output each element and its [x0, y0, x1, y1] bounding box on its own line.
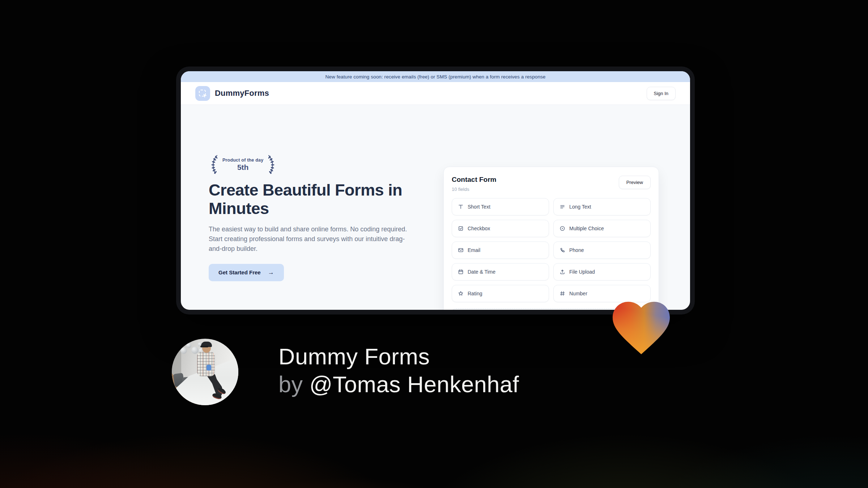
field-type-long-text[interactable]: Long Text	[553, 198, 651, 215]
avatar-detail	[207, 365, 211, 371]
field-type-file-upload[interactable]: File Upload	[553, 263, 651, 281]
app-header: DummyForms Sign In	[181, 82, 690, 105]
field-type-short-text[interactable]: Short Text	[452, 198, 549, 215]
arrow-right-icon: →	[268, 269, 274, 276]
field-label: Number	[569, 291, 587, 296]
app-page: New feature coming soon: receive emails …	[181, 71, 690, 310]
get-started-button[interactable]: Get Started Free →	[209, 264, 284, 281]
field-count: 10 fields	[452, 187, 497, 192]
field-label: Phone	[569, 247, 584, 253]
card-title-block: Contact Form 10 fields	[452, 176, 497, 192]
avatar-detail	[200, 346, 208, 347]
field-type-multiple-choice[interactable]: Multiple Choice	[553, 220, 651, 237]
phone-icon	[559, 247, 565, 253]
hero-left-column: Product of the day 5th	[209, 154, 413, 281]
avatar-detail	[197, 352, 215, 376]
promo-background: New feature coming soon: receive emails …	[0, 0, 868, 488]
field-type-grid: Short Text Long Text	[452, 198, 651, 302]
preview-button[interactable]: Preview	[619, 176, 651, 189]
upload-icon	[559, 269, 565, 275]
sign-in-button[interactable]: Sign In	[647, 87, 676, 100]
short-text-icon	[458, 204, 464, 210]
cursor-icon	[203, 94, 208, 98]
author-avatar	[172, 339, 238, 405]
checkbox-icon	[458, 226, 464, 231]
field-label: Date & Time	[468, 269, 495, 275]
hero-section: Product of the day 5th	[181, 105, 690, 310]
form-title: Contact Form	[452, 176, 497, 184]
calendar-icon	[458, 269, 464, 275]
form-builder-card: Contact Form 10 fields Preview Short Tex…	[443, 167, 659, 310]
badge-text: Product of the day 5th	[222, 158, 263, 172]
badge-rank: 5th	[222, 163, 263, 172]
caption: Dummy Forms by @Tomas Henkenhaf	[278, 343, 519, 398]
field-type-date-time[interactable]: Date & Time	[452, 263, 549, 281]
browser-window: New feature coming soon: receive emails …	[176, 67, 695, 314]
hero-description: The easiest way to build and share onlin…	[209, 224, 415, 254]
field-label: Email	[468, 247, 480, 253]
laurel-right-icon	[267, 154, 277, 175]
avatar-detail	[172, 339, 181, 405]
email-icon	[458, 247, 464, 253]
field-type-checkbox[interactable]: Checkbox	[452, 220, 549, 237]
badge-line1: Product of the day	[222, 158, 263, 163]
caption-product-name: Dummy Forms	[278, 343, 519, 371]
gradient-heart-icon	[606, 293, 676, 356]
laurel-left-icon	[209, 154, 219, 175]
field-label: Rating	[468, 291, 482, 296]
byline-prefix: by	[278, 372, 310, 397]
announcement-banner: New feature coming soon: receive emails …	[181, 71, 690, 82]
field-label: Short Text	[468, 204, 490, 210]
caption-byline: by @Tomas Henkenhaf	[278, 371, 519, 398]
field-label: File Upload	[569, 269, 595, 275]
field-type-phone[interactable]: Phone	[553, 241, 651, 259]
announcement-text: New feature coming soon: receive emails …	[326, 74, 546, 80]
product-of-the-day-badge: Product of the day 5th	[209, 154, 413, 175]
field-type-email[interactable]: Email	[452, 241, 549, 259]
brand-name: DummyForms	[215, 89, 269, 98]
field-label: Multiple Choice	[569, 226, 604, 231]
app-logo-icon	[195, 86, 210, 101]
author-handle: @Tomas Henkenhaf	[310, 372, 519, 397]
card-header: Contact Form 10 fields Preview	[452, 176, 651, 192]
field-type-rating[interactable]: Rating	[452, 285, 549, 302]
hash-icon	[559, 291, 565, 296]
brand[interactable]: DummyForms	[195, 86, 269, 101]
field-label: Checkbox	[468, 226, 490, 231]
field-label: Long Text	[569, 204, 591, 210]
long-text-icon	[559, 204, 565, 210]
multiple-choice-icon	[559, 226, 565, 231]
star-icon	[458, 291, 464, 296]
page-title: Create Beautiful Forms in Minutes	[209, 181, 404, 218]
get-started-label: Get Started Free	[218, 269, 261, 275]
